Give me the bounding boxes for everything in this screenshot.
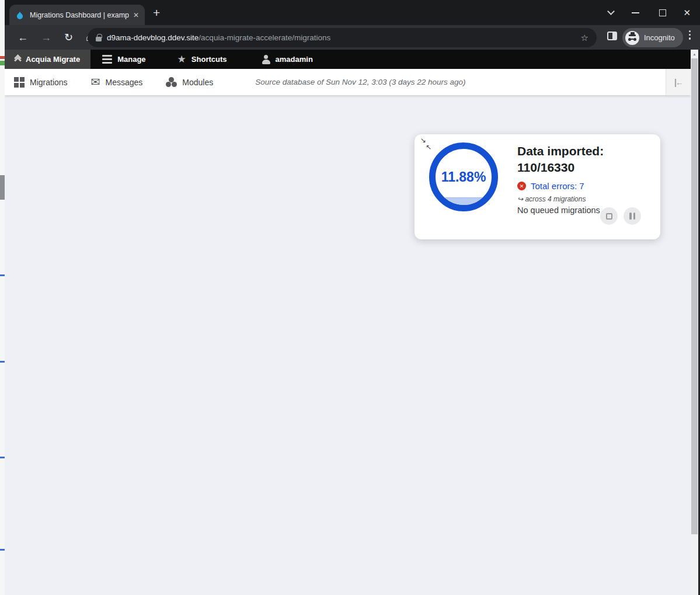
drupal-favicon-icon	[15, 11, 25, 20]
pause-button[interactable]	[624, 207, 641, 225]
minimize-icon	[632, 12, 639, 13]
lock-icon	[96, 37, 102, 41]
page-scrollbar[interactable]: ▲	[691, 50, 698, 595]
browser-menu-button[interactable]	[689, 30, 691, 40]
data-imported-count: 110/16330	[517, 161, 574, 175]
double-chevron-up-icon	[15, 55, 20, 63]
across-migrations-note: ↪ across 4 migrations	[517, 195, 586, 203]
close-window-button[interactable]: ✕	[683, 0, 691, 25]
maximize-icon	[659, 9, 666, 16]
bookmark-star-icon[interactable]: ☆	[581, 33, 588, 43]
progress-ring: 11.88%	[429, 142, 498, 211]
reload-button[interactable]: ↻	[64, 31, 73, 44]
toolbar-item-manage[interactable]: Manage	[93, 50, 155, 69]
browser-toolbar: ← → ↻ ⌂ d9ama-ddevblog.ddev.site/acquia-…	[5, 25, 700, 50]
tab-close-icon[interactable]: ✕	[133, 11, 139, 19]
total-errors-label: Total errors: 7	[531, 181, 584, 191]
browser-chrome: Migrations Dashboard | example ✕ + ✕ ← →…	[5, 0, 700, 50]
toolbar-item-shortcuts[interactable]: ★ Shortcuts	[168, 50, 236, 69]
scroll-up-icon[interactable]: ▲	[691, 52, 698, 56]
toolbar-item-acquia-migrate[interactable]: Acquia Migrate	[5, 50, 90, 69]
url-text: d9ama-ddevblog.ddev.site/acquia-migrate-…	[107, 33, 330, 42]
address-bar[interactable]: d9ama-ddevblog.ddev.site/acquia-migrate-…	[88, 28, 597, 47]
grid-icon	[14, 77, 25, 88]
background-window-sliver	[0, 0, 5, 595]
close-icon: ✕	[683, 8, 691, 18]
collapse-left-icon: |←	[674, 78, 682, 87]
total-errors-link[interactable]: Total errors: 7	[517, 181, 584, 191]
source-database-note: Source database of Sun Nov 12, 3:03 (3 d…	[255, 78, 465, 86]
nav-label: Modules	[182, 78, 213, 87]
nav-item-modules[interactable]: Modules	[158, 77, 221, 87]
incognito-icon	[625, 31, 639, 45]
screen: Migrations Dashboard | example ✕ + ✕ ← →…	[0, 0, 700, 595]
maximize-button[interactable]	[659, 0, 666, 25]
stop-icon	[606, 213, 612, 220]
queued-migrations-note: No queued migrations	[517, 206, 600, 215]
envelope-icon: ✉	[91, 76, 100, 88]
progress-fill	[436, 197, 492, 205]
toolbar-label: Manage	[117, 55, 145, 64]
incognito-label: Incognito	[644, 33, 675, 42]
data-imported-heading: Data imported:	[517, 144, 604, 158]
stop-button[interactable]	[600, 207, 618, 225]
modules-icon	[166, 77, 177, 87]
shrink-icon[interactable]: ↖	[426, 143, 431, 151]
return-arrow-icon: ↪	[517, 195, 523, 203]
toolbar-label: Shortcuts	[191, 55, 227, 64]
incognito-badge: Incognito	[622, 28, 683, 47]
page-scrollbar-thumb[interactable]	[691, 58, 698, 534]
url-path: /acquia-migrate-accelerate/migrations	[198, 33, 330, 42]
progress-percent: 11.88%	[441, 169, 486, 185]
nav-item-messages[interactable]: ✉ Messages	[83, 76, 151, 88]
tab-search-button[interactable]	[608, 0, 614, 25]
forward-button[interactable]: →	[41, 32, 51, 44]
minimize-button[interactable]	[632, 0, 639, 25]
migrate-nav-toolbar: Migrations ✉ Messages Modules Source dat…	[5, 69, 691, 95]
across-label: across 4 migrations	[525, 195, 586, 203]
drupal-admin-toolbar: Acquia Migrate Manage ★ Shortcuts amadam…	[5, 50, 691, 69]
toolbar-label: amadamin	[276, 55, 313, 64]
import-progress-card: ↘ ↖ 11.88% Data imported: 110/16330 Tota…	[415, 134, 660, 239]
back-button[interactable]: ←	[18, 32, 28, 44]
browser-tab-bar: Migrations Dashboard | example ✕ + ✕	[5, 0, 700, 25]
pause-icon	[629, 213, 635, 220]
hamburger-icon	[102, 55, 112, 64]
browser-tab[interactable]: Migrations Dashboard | example ✕	[9, 5, 145, 25]
error-icon	[517, 182, 526, 190]
star-icon: ★	[177, 53, 186, 65]
tab-title: Migrations Dashboard | example	[30, 11, 129, 19]
new-tab-button[interactable]: +	[153, 6, 160, 20]
chevron-down-icon	[607, 8, 615, 15]
collapse-toolbar-button[interactable]: |←	[666, 69, 691, 95]
nav-label: Migrations	[30, 78, 68, 87]
user-icon	[262, 55, 270, 64]
url-domain: d9ama-ddevblog.ddev.site	[107, 33, 198, 42]
toolbar-label: Acquia Migrate	[26, 55, 80, 64]
side-panel-icon[interactable]	[607, 32, 617, 40]
toolbar-item-user[interactable]: amadamin	[253, 50, 322, 69]
nav-label: Messages	[106, 78, 143, 87]
nav-item-migrations[interactable]: Migrations	[6, 77, 76, 88]
